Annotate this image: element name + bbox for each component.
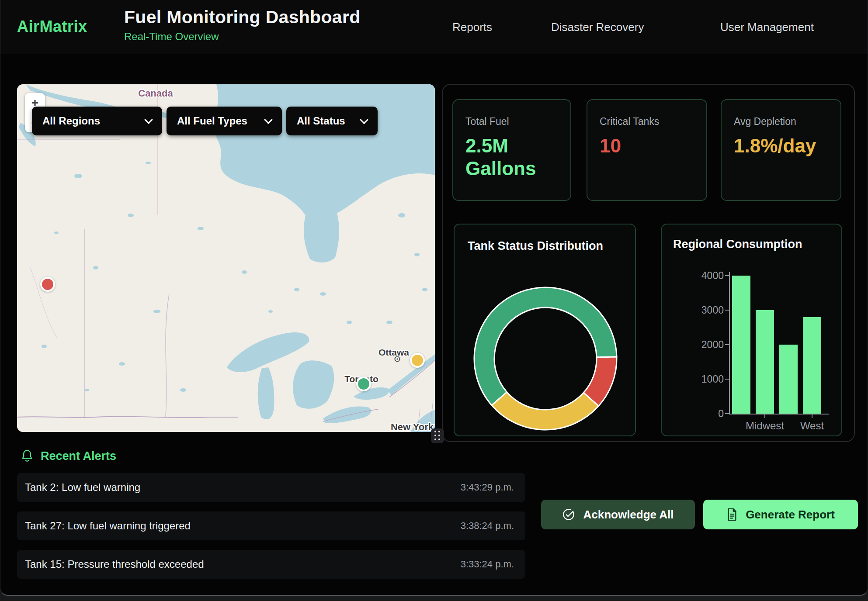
- generate-report-label: Generate Report: [746, 508, 835, 522]
- y-tick-mark: [725, 275, 729, 276]
- y-tick-label: 2000: [687, 339, 724, 351]
- x-tick-mark: [812, 414, 812, 418]
- header: AirMatrix Fuel Monitoring Dashboard Real…: [0, 0, 868, 54]
- tank-marker-normal[interactable]: [356, 376, 371, 391]
- stat-card-critical-tanks: Critical Tanks 10: [587, 99, 707, 201]
- nav-user-management[interactable]: User Management: [720, 21, 814, 34]
- stat-value-critical-tanks: 10: [600, 135, 694, 157]
- status-filter-value: All Status: [297, 115, 345, 127]
- map-canvas: Canada Ottawa Toronto New York: [17, 84, 435, 432]
- title-block: Fuel Monitoring Dashboard Real-Time Over…: [124, 7, 360, 43]
- chevron-down-icon: [264, 115, 273, 124]
- check-circle-icon: [562, 508, 575, 521]
- alert-row[interactable]: Tank 15: Pressure threshold exceeded 3:3…: [17, 550, 525, 579]
- y-axis: [729, 272, 730, 414]
- tank-status-card: Tank Status Distribution: [454, 224, 636, 436]
- stat-value-total-fuel: 2.5M Gallons: [465, 135, 558, 180]
- chevron-down-icon: [144, 115, 153, 124]
- tank-status-donut: [455, 225, 637, 437]
- y-tick-mark: [725, 310, 729, 311]
- alert-message: Tank 2: Low fuel warning: [25, 481, 140, 494]
- acknowledge-all-button[interactable]: Acknowledge All: [541, 500, 695, 529]
- chevron-down-icon: [360, 115, 368, 124]
- stat-label: Critical Tanks: [600, 116, 694, 128]
- bar-chart-title: Regional Consumption: [673, 238, 802, 251]
- status-filter-dropdown[interactable]: All Status: [286, 107, 378, 135]
- nav-disaster-recovery[interactable]: Disaster Recovery: [551, 21, 644, 34]
- region-filter-value: All Regions: [42, 115, 100, 127]
- generate-report-button[interactable]: Generate Report: [703, 500, 858, 529]
- page-subtitle: Real-Time Overview: [124, 31, 360, 43]
- stat-card-avg-depletion: Avg Depletion 1.8%/​day: [721, 99, 841, 201]
- tank-marker-warning[interactable]: [410, 353, 425, 368]
- app-frame: AirMatrix Fuel Monitoring Dashboard Real…: [0, 0, 868, 596]
- page-title: Fuel Monitoring Dashboard: [124, 7, 360, 28]
- y-tick-mark: [725, 379, 729, 380]
- alerts-header: Recent Alerts: [21, 449, 116, 463]
- y-tick-label: 0: [687, 408, 724, 420]
- alert-row[interactable]: Tank 27: Low fuel warning triggered 3:38…: [17, 511, 525, 540]
- city-label-ottawa: Ottawa: [378, 347, 409, 357]
- region-filter-dropdown[interactable]: All Regions: [32, 107, 162, 135]
- x-axis: [729, 414, 829, 414]
- y-tick-label: 3000: [687, 304, 724, 316]
- file-text-icon: [726, 508, 738, 521]
- regional-consumption-card: Regional Consumption 01000200030004000Mi…: [661, 224, 842, 436]
- x-tick-label: West: [781, 420, 843, 432]
- stat-label: Total Fuel: [465, 116, 558, 128]
- donut-segment-yellow: [492, 392, 599, 430]
- stat-value-avg-depletion: 1.8%/​day: [734, 135, 828, 157]
- bar-series-3: [779, 345, 798, 414]
- bar-series-1: [732, 276, 750, 414]
- y-tick-mark: [725, 413, 729, 414]
- map-panel[interactable]: Canada Ottawa Toronto New York + − All R…: [17, 84, 435, 432]
- overview-panel: Total Fuel 2.5M Gallons Critical Tanks 1…: [442, 84, 855, 442]
- y-tick-label: 4000: [687, 270, 724, 282]
- map-filters: All Regions All Fuel Types All Status: [32, 107, 378, 135]
- resize-grip-handle[interactable]: [431, 428, 444, 443]
- alert-message: Tank 27: Low fuel warning triggered: [25, 520, 191, 532]
- bell-icon: [21, 449, 34, 463]
- fuel-type-filter-dropdown[interactable]: All Fuel Types: [167, 107, 282, 135]
- bar-Midwest: [756, 310, 774, 414]
- acknowledge-all-label: Acknowledge All: [583, 508, 674, 522]
- y-tick-label: 1000: [687, 373, 724, 385]
- alert-time: 3:33:24 p.m.: [461, 559, 514, 570]
- stat-card-total-fuel: Total Fuel 2.5M Gallons: [452, 99, 571, 201]
- donut-chart-title: Tank Status Distribution: [468, 239, 603, 253]
- fuel-type-filter-value: All Fuel Types: [177, 115, 247, 127]
- y-tick-mark: [725, 344, 729, 345]
- stat-label: Avg Depletion: [734, 116, 828, 128]
- alert-message: Tank 15: Pressure threshold exceeded: [25, 558, 204, 570]
- alert-time: 3:43:29 p.m.: [461, 482, 514, 493]
- alert-time: 3:38:24 p.m.: [461, 520, 514, 532]
- bar-West: [803, 317, 821, 414]
- country-label-canada: Canada: [138, 88, 173, 99]
- alerts-heading: Recent Alerts: [41, 449, 116, 463]
- brand-logo[interactable]: AirMatrix: [17, 17, 87, 36]
- ottawa-town-dot: [395, 357, 400, 362]
- tank-marker-critical[interactable]: [40, 277, 55, 292]
- nav-reports[interactable]: Reports: [452, 21, 492, 34]
- city-label-new-york: New York: [391, 421, 434, 432]
- alert-row[interactable]: Tank 2: Low fuel warning 3:43:29 p.m.: [17, 473, 525, 502]
- x-tick-mark: [764, 414, 765, 418]
